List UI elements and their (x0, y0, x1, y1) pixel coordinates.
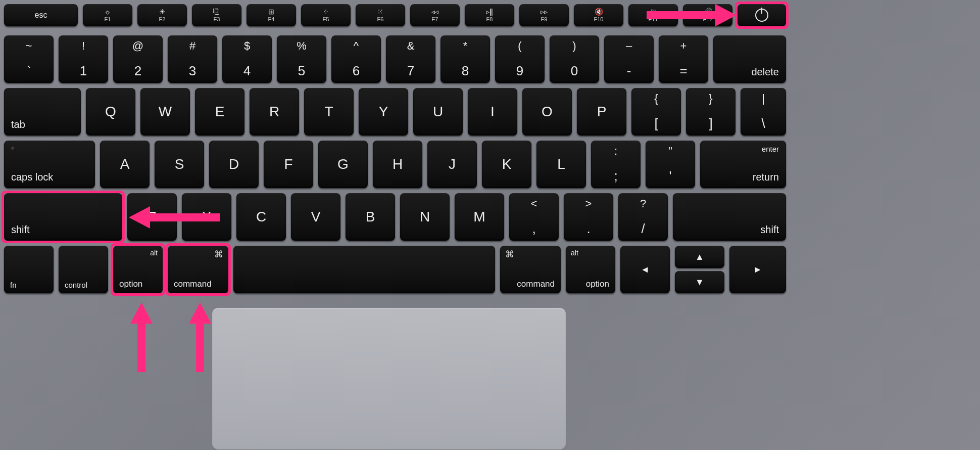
key-3[interactable]: #3 (168, 35, 217, 83)
kb-backlight-up-icon: ⁙ (377, 8, 383, 15)
key-a[interactable]: A (100, 141, 150, 188)
key-shift-right[interactable]: shift (673, 193, 786, 241)
key-o[interactable]: O (522, 88, 572, 136)
key-f6[interactable]: ⁙ F6 (356, 4, 405, 26)
key-fn[interactable]: fn (4, 246, 54, 293)
key-equal[interactable]: += (659, 35, 708, 83)
key-slash[interactable]: ?/ (618, 193, 668, 241)
play-pause-icon: ▹ǁ (486, 8, 493, 15)
key-f[interactable]: F (264, 141, 313, 188)
mute-icon: 🔇 (595, 8, 603, 15)
power-icon (755, 9, 768, 22)
key-d[interactable]: D (209, 141, 259, 188)
key-v[interactable]: V (291, 193, 340, 241)
kb-backlight-down-icon: ⁘ (323, 8, 329, 15)
key-f10[interactable]: 🔇 F10 (574, 4, 623, 26)
key-command-right[interactable]: ⌘ command (500, 246, 561, 293)
key-e[interactable]: E (195, 88, 244, 136)
key-5[interactable]: %5 (277, 35, 326, 83)
key-8[interactable]: *8 (440, 35, 490, 83)
key-m[interactable]: M (455, 193, 504, 241)
key-f1[interactable]: ☼ F1 (83, 4, 132, 26)
key-arrow-right[interactable]: ► (729, 246, 786, 293)
key-i[interactable]: I (468, 88, 517, 136)
key-arrow-left[interactable]: ◄ (620, 246, 670, 293)
key-9[interactable]: (9 (495, 35, 545, 83)
key-j[interactable]: J (427, 141, 477, 188)
key-delete[interactable]: delete (713, 35, 786, 83)
key-command-left[interactable]: ⌘ command (168, 246, 228, 293)
arrow-left-icon: ◄ (641, 264, 650, 275)
fast-forward-icon: ▹▹ (541, 8, 548, 15)
key-w[interactable]: W (140, 88, 190, 136)
key-q[interactable]: Q (86, 88, 135, 136)
key-tab[interactable]: tab (4, 88, 81, 136)
volume-up-icon: 🔊 (704, 8, 712, 15)
key-f4[interactable]: ⊞ F4 (247, 4, 296, 26)
arrow-up-icon: ▲ (695, 252, 704, 262)
key-f5[interactable]: ⁘ F5 (301, 4, 351, 26)
key-return[interactable]: enter return (700, 141, 786, 188)
arrow-right-icon: ► (753, 264, 762, 275)
key-s[interactable]: S (155, 141, 204, 188)
key-backslash[interactable]: |\ (741, 88, 786, 136)
key-t[interactable]: T (304, 88, 354, 136)
key-0[interactable]: )0 (550, 35, 599, 83)
key-period[interactable]: >. (564, 193, 613, 241)
key-option-right[interactable]: alt option (566, 246, 615, 293)
key-esc[interactable]: esc (4, 4, 78, 26)
command-glyph-icon: ⌘ (214, 249, 223, 260)
key-6[interactable]: ^6 (331, 35, 381, 83)
key-lbracket[interactable]: {[ (631, 88, 681, 136)
key-quote[interactable]: "' (646, 141, 695, 188)
key-h[interactable]: H (373, 141, 422, 188)
trackpad[interactable] (212, 308, 566, 450)
key-option-left[interactable]: alt option (113, 246, 163, 293)
key-2[interactable]: @2 (113, 35, 163, 83)
key-capslock[interactable]: caps lock (4, 141, 95, 188)
key-1[interactable]: !1 (59, 35, 108, 83)
key-y[interactable]: Y (359, 88, 408, 136)
key-x[interactable]: X (182, 193, 231, 241)
key-b[interactable]: B (346, 193, 395, 241)
key-7[interactable]: &7 (386, 35, 435, 83)
key-f7[interactable]: ◃◃ F7 (410, 4, 460, 26)
brightness-up-icon: ☀ (159, 8, 166, 15)
key-p[interactable]: P (577, 88, 626, 136)
key-c[interactable]: C (236, 193, 286, 241)
key-l[interactable]: L (536, 141, 586, 188)
mac-keyboard-photo: esc ☼ F1 ☀ F2 ⿻ F3 ⊞ F4 ⁘ F5 ⁙ F6 ◃◃ F7 … (0, 0, 980, 450)
brightness-down-icon: ☼ (105, 8, 111, 15)
key-rbracket[interactable]: }] (686, 88, 736, 136)
key-tilde[interactable]: ~` (4, 35, 54, 83)
command-glyph-icon: ⌘ (505, 249, 514, 260)
key-space[interactable] (233, 246, 495, 293)
volume-down-icon: 🔉 (649, 8, 658, 15)
key-f8[interactable]: ▹ǁ F8 (465, 4, 514, 26)
key-semicolon[interactable]: :; (591, 141, 641, 188)
key-f11[interactable]: 🔉 F11 (628, 4, 678, 26)
key-z[interactable]: Z (127, 193, 177, 241)
capslock-led-icon (11, 147, 14, 150)
key-f9[interactable]: ▹▹ F9 (519, 4, 569, 26)
key-4[interactable]: $4 (222, 35, 272, 83)
key-g[interactable]: G (318, 141, 368, 188)
mission-control-icon: ⿻ (213, 8, 220, 15)
key-r[interactable]: R (250, 88, 299, 136)
key-comma[interactable]: <, (509, 193, 559, 241)
key-f3[interactable]: ⿻ F3 (192, 4, 241, 26)
key-f2[interactable]: ☀ F2 (137, 4, 187, 26)
arrow-down-icon: ▼ (695, 277, 704, 288)
key-u[interactable]: U (413, 88, 463, 136)
key-n[interactable]: N (400, 193, 450, 241)
key-k[interactable]: K (482, 141, 531, 188)
key-minus[interactable]: –- (604, 35, 654, 83)
key-control[interactable]: control (59, 246, 108, 293)
key-f12[interactable]: 🔊 F12 (683, 4, 732, 26)
key-arrow-down[interactable]: ▼ (675, 271, 724, 293)
key-arrow-up[interactable]: ▲ (675, 246, 724, 268)
key-shift-left[interactable]: shift (4, 193, 122, 241)
key-power[interactable] (738, 4, 786, 26)
launchpad-icon: ⊞ (268, 8, 274, 15)
rewind-icon: ◃◃ (431, 8, 438, 15)
